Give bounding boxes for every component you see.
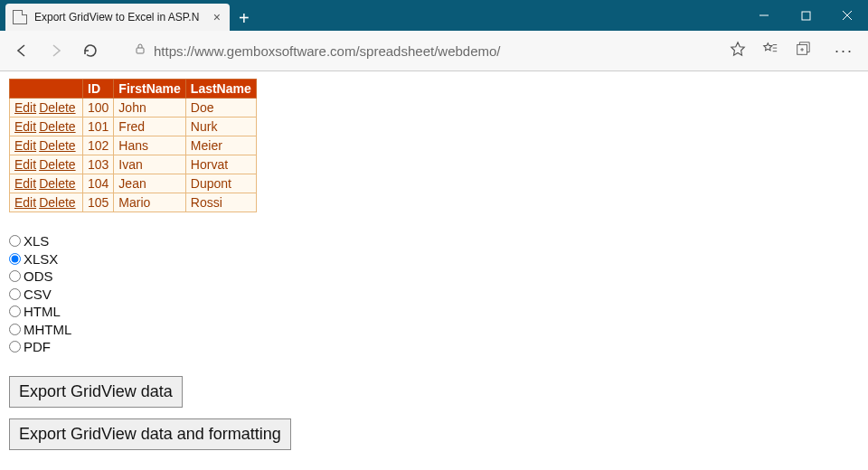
format-label: XLS — [24, 232, 49, 250]
cell-last: Meier — [185, 136, 256, 155]
window-controls — [743, 0, 868, 31]
more-menu-button[interactable]: ··· — [835, 42, 854, 61]
format-option[interactable]: MHTML — [9, 321, 859, 339]
minimize-icon — [759, 10, 769, 21]
format-label: XLSX — [24, 250, 58, 268]
maximize-icon — [801, 11, 811, 21]
export-data-formatting-button[interactable]: Export GridView data and formatting — [9, 418, 291, 450]
col-header-id: ID — [83, 80, 114, 99]
delete-link[interactable]: Delete — [39, 119, 75, 134]
format-option[interactable]: HTML — [9, 303, 859, 321]
svg-marker-5 — [731, 42, 744, 55]
maximize-button[interactable] — [785, 0, 826, 31]
format-label: HTML — [24, 303, 61, 321]
format-radio[interactable] — [9, 235, 21, 247]
cell-commands: EditDelete — [10, 193, 83, 212]
format-radio[interactable] — [9, 306, 21, 317]
cell-id: 102 — [83, 136, 114, 155]
close-icon — [842, 10, 853, 21]
edit-link[interactable]: Edit — [14, 195, 36, 210]
lock-icon — [134, 42, 146, 59]
delete-link[interactable]: Delete — [39, 157, 75, 172]
tab-title: Export GridView to Excel in ASP.N — [34, 11, 206, 24]
format-option[interactable]: XLSX — [9, 250, 859, 268]
format-option[interactable]: XLS — [9, 232, 859, 250]
cell-commands: EditDelete — [10, 99, 83, 118]
table-row: EditDelete103IvanHorvat — [10, 155, 257, 174]
export-data-button[interactable]: Export GridView data — [9, 376, 183, 408]
cell-last: Rossi — [185, 193, 256, 212]
table-row: EditDelete100JohnDoe — [10, 99, 257, 118]
format-label: ODS — [24, 268, 53, 286]
cell-first: Hans — [114, 136, 185, 155]
cell-id: 101 — [83, 118, 114, 136]
edit-link[interactable]: Edit — [14, 176, 36, 191]
cell-last: Doe — [185, 99, 256, 118]
address-bar[interactable]: https://www.gembox­software.com/spreadsh… — [128, 42, 717, 59]
format-radio[interactable] — [9, 270, 21, 282]
table-row: EditDelete102HansMeier — [10, 136, 257, 155]
cell-first: Ivan — [114, 155, 185, 174]
close-window-button[interactable] — [826, 0, 868, 31]
svg-rect-1 — [802, 12, 810, 20]
cell-commands: EditDelete — [10, 155, 83, 174]
browser-toolbar: https://www.gembox­software.com/spreadsh… — [0, 31, 868, 71]
url-text: https://www.gembox­software.com/spreadsh… — [154, 43, 501, 59]
delete-link[interactable]: Delete — [39, 176, 75, 191]
page-content: ID FirstName LastName EditDelete100JohnD… — [0, 71, 868, 470]
format-radio[interactable] — [9, 288, 21, 300]
cell-id: 103 — [83, 155, 114, 174]
new-tab-button[interactable]: + — [239, 9, 250, 27]
format-radio[interactable] — [9, 253, 21, 265]
cell-id: 100 — [83, 99, 114, 118]
forward-button[interactable] — [42, 36, 71, 65]
edit-link[interactable]: Edit — [14, 138, 36, 153]
page-icon — [13, 10, 27, 24]
cell-first: Mario — [114, 193, 185, 212]
favorites-list-icon[interactable] — [762, 41, 778, 61]
cell-first: Jean — [114, 174, 185, 193]
col-header-firstname: FirstName — [114, 80, 185, 99]
edit-link[interactable]: Edit — [14, 119, 36, 134]
cell-commands: EditDelete — [10, 118, 83, 136]
delete-link[interactable]: Delete — [39, 138, 75, 153]
edit-link[interactable]: Edit — [14, 157, 36, 172]
format-option[interactable]: PDF — [9, 338, 859, 356]
edit-link[interactable]: Edit — [14, 100, 36, 115]
cell-last: Horvat — [185, 155, 256, 174]
back-button[interactable] — [7, 36, 36, 65]
window-titlebar: Export GridView to Excel in ASP.N × + — [0, 0, 868, 31]
svg-marker-6 — [764, 43, 772, 51]
refresh-button[interactable] — [76, 36, 105, 65]
format-label: MHTML — [24, 321, 71, 339]
favorite-icon[interactable] — [730, 41, 746, 61]
cell-last: Nurk — [185, 118, 256, 136]
cell-commands: EditDelete — [10, 136, 83, 155]
format-radio[interactable] — [9, 341, 21, 352]
format-option[interactable]: ODS — [9, 268, 859, 286]
cell-last: Dupont — [185, 174, 256, 193]
cell-first: Fred — [114, 118, 185, 136]
cell-id: 105 — [83, 193, 114, 212]
delete-link[interactable]: Delete — [39, 195, 75, 210]
cell-id: 104 — [83, 174, 114, 193]
minimize-button[interactable] — [743, 0, 785, 31]
format-option[interactable]: CSV — [9, 286, 859, 304]
cell-commands: EditDelete — [10, 174, 83, 193]
format-label: CSV — [24, 286, 52, 304]
format-label: PDF — [24, 338, 51, 356]
table-row: EditDelete101FredNurk — [10, 118, 257, 136]
svg-rect-4 — [137, 48, 144, 53]
collections-icon[interactable] — [795, 41, 811, 61]
delete-link[interactable]: Delete — [39, 100, 75, 115]
cell-first: John — [114, 99, 185, 118]
format-radio[interactable] — [9, 324, 21, 335]
table-row: EditDelete104JeanDupont — [10, 174, 257, 193]
col-header-commands — [10, 80, 83, 99]
format-radio-group: XLSXLSXODSCSVHTMLMHTMLPDF — [9, 232, 859, 356]
table-row: EditDelete105MarioRossi — [10, 193, 257, 212]
close-tab-icon[interactable]: × — [213, 11, 221, 24]
col-header-lastname: LastName — [185, 80, 256, 99]
gridview-table: ID FirstName LastName EditDelete100JohnD… — [9, 79, 257, 212]
browser-tab[interactable]: Export GridView to Excel in ASP.N × — [5, 4, 230, 31]
